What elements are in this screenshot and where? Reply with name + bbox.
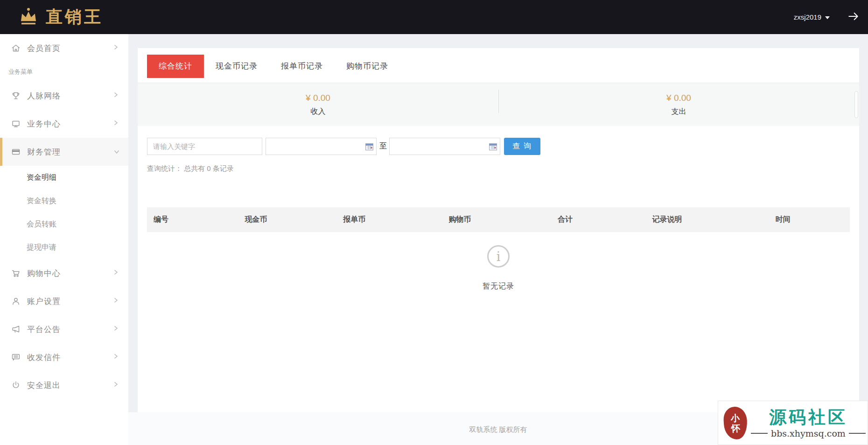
power-icon xyxy=(11,380,21,390)
sidebar-item-label: 人脉网络 xyxy=(27,91,61,101)
sidebar-item-label: 收发信件 xyxy=(27,352,61,363)
col-header-total: 合计 xyxy=(512,215,618,225)
username: zxsj2019 xyxy=(794,13,821,21)
trophy-icon xyxy=(11,91,21,101)
content-card: 综合统计 现金币记录 报单币记录 购物币记录 ¥ 0.00 收入 ¥ 0.00 … xyxy=(138,48,859,412)
user-icon xyxy=(11,296,21,306)
query-summary: 查询统计： 总共有 0 条记录 xyxy=(147,164,850,173)
calendar-icon[interactable] xyxy=(365,143,373,150)
date-from-wrap xyxy=(266,138,377,155)
tab-overall-stats[interactable]: 综合统计 xyxy=(147,55,204,78)
tab-cash-coin-records[interactable]: 现金币记录 xyxy=(204,55,269,78)
query-button[interactable]: 查 询 xyxy=(504,138,540,155)
empty-text: 暂无记录 xyxy=(483,282,514,291)
sidebar-item-label: 平台公告 xyxy=(27,324,61,335)
search-toolbar: 至 查 询 xyxy=(147,138,850,155)
sidebar-item-account-settings[interactable]: 账户设置 xyxy=(0,287,128,315)
top-bar: 直销王 zxsj2019 xyxy=(0,0,868,34)
date-from-input[interactable] xyxy=(266,138,377,155)
watermark-title: 源码社区 xyxy=(769,408,847,426)
stats-band: ¥ 0.00 收入 ¥ 0.00 支出 xyxy=(138,83,859,126)
sidebar-subitem-fund-convert[interactable]: 资金转换 xyxy=(0,189,128,212)
sidebar-item-label: 安全退出 xyxy=(27,380,61,391)
sidebar-subitem-fund-detail[interactable]: 资金明细 xyxy=(0,166,128,189)
col-header-id: 编号 xyxy=(147,215,210,225)
dash-line xyxy=(751,433,768,434)
seal-char-1: 小 xyxy=(730,412,740,423)
date-to-input[interactable] xyxy=(389,138,500,155)
watermark-badge: 小 怀 源码社区 bbs.xhymsq.com xyxy=(718,401,868,445)
empty-state: i 暂无记录 xyxy=(138,245,859,291)
income-label: 收入 xyxy=(311,107,326,117)
sidebar-item-label: 会员首页 xyxy=(27,43,61,54)
scrollbar-thumb[interactable] xyxy=(854,91,858,118)
chevron-right-icon xyxy=(112,120,119,128)
app-title: 直销王 xyxy=(46,6,103,28)
monitor-icon xyxy=(11,119,21,129)
sidebar-item-shopping[interactable]: 购物中心 xyxy=(0,259,128,287)
megaphone-icon xyxy=(11,324,21,334)
stat-income: ¥ 0.00 收入 xyxy=(138,83,498,126)
copyright-text: 双轨系统 版权所有 xyxy=(469,425,527,433)
calendar-icon[interactable] xyxy=(489,143,497,150)
user-menu[interactable]: zxsj2019 xyxy=(794,13,830,21)
expense-label: 支出 xyxy=(672,107,686,117)
seal-stamp-icon: 小 怀 xyxy=(723,406,748,440)
chevron-right-icon xyxy=(112,92,119,100)
sidebar-item-label: 业务中心 xyxy=(27,119,61,129)
chevron-right-icon xyxy=(112,269,119,277)
cart-icon xyxy=(11,268,21,278)
income-value: ¥ 0.00 xyxy=(306,93,330,103)
info-circle-icon: i xyxy=(487,245,510,268)
home-icon xyxy=(11,43,21,53)
brand-logo: 直销王 xyxy=(0,6,103,28)
sidebar: 会员首页 业务菜单 人脉网络 业务中心 xyxy=(0,34,128,445)
sidebar-item-member-home[interactable]: 会员首页 xyxy=(0,34,128,62)
sidebar-item-label: 账户设置 xyxy=(27,296,61,307)
chevron-right-icon xyxy=(112,325,119,333)
caret-down-icon xyxy=(825,16,830,19)
col-header-cash-coin: 现金币 xyxy=(210,215,302,225)
sidebar-item-logout[interactable]: 安全退出 xyxy=(0,371,128,399)
sidebar-item-messages[interactable]: 收发信件 xyxy=(0,343,128,371)
sidebar-item-finance[interactable]: 财务管理 xyxy=(0,138,128,166)
bank-card-icon xyxy=(11,147,21,157)
dash-line xyxy=(849,433,866,434)
expense-value: ¥ 0.00 xyxy=(666,93,691,103)
keyword-input[interactable] xyxy=(147,138,262,155)
chevron-right-icon xyxy=(112,353,119,361)
stats-divider xyxy=(498,90,499,113)
col-header-shopping-coin: 购物币 xyxy=(407,215,512,225)
table-header-row: 编号 现金币 报单币 购物币 合计 记录说明 时间 xyxy=(147,207,850,232)
tab-order-coin-records[interactable]: 报单币记录 xyxy=(269,55,335,78)
tab-shopping-coin-records[interactable]: 购物币记录 xyxy=(335,55,400,78)
sidebar-subitem-withdraw[interactable]: 提现申请 xyxy=(0,236,128,259)
chevron-down-icon xyxy=(112,148,120,155)
sidebar-item-network[interactable]: 人脉网络 xyxy=(0,82,128,110)
crown-icon xyxy=(18,7,39,28)
col-header-description: 记录说明 xyxy=(618,215,716,225)
sidebar-subitem-member-transfer[interactable]: 会员转账 xyxy=(0,212,128,236)
col-header-order-coin: 报单币 xyxy=(301,215,407,225)
sidebar-section-label: 业务菜单 xyxy=(0,62,128,82)
arrow-right-icon xyxy=(847,11,860,23)
seal-char-2: 怀 xyxy=(731,423,741,433)
stat-expense: ¥ 0.00 支出 xyxy=(498,83,859,126)
chevron-right-icon xyxy=(112,44,119,52)
sidebar-item-label: 购物中心 xyxy=(27,268,61,279)
date-to-label: 至 xyxy=(379,141,387,151)
sidebar-item-business-center[interactable]: 业务中心 xyxy=(0,110,128,138)
chevron-right-icon xyxy=(112,381,119,389)
date-to-wrap xyxy=(389,138,500,155)
chevron-right-icon xyxy=(112,297,119,305)
sidebar-item-label: 财务管理 xyxy=(27,147,61,157)
records-table: 编号 现金币 报单币 购物币 合计 记录说明 时间 xyxy=(147,207,850,232)
chat-icon xyxy=(11,352,21,362)
watermark-url: bbs.xhymsq.com xyxy=(771,428,846,438)
sidebar-item-announcements[interactable]: 平台公告 xyxy=(0,315,128,343)
logout-button[interactable] xyxy=(847,11,860,23)
record-tabs: 综合统计 现金币记录 报单币记录 购物币记录 xyxy=(138,48,859,83)
col-header-time: 时间 xyxy=(716,215,850,225)
